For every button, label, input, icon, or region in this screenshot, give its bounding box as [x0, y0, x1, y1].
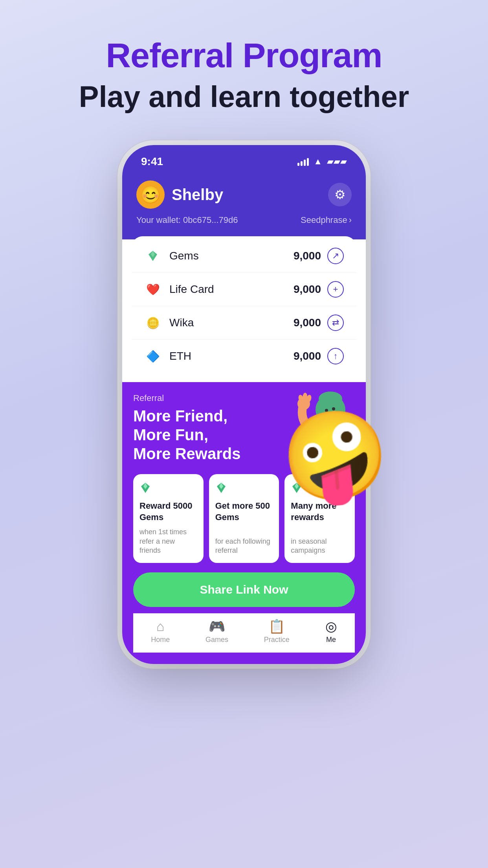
username: Shelby	[172, 186, 223, 204]
gems-icon	[144, 247, 161, 265]
wika-icon: 🪙	[144, 314, 161, 331]
nav-label-home: Home	[151, 636, 170, 644]
emoji-decoration: 🤪	[278, 408, 393, 503]
lifecard-icon: ❤️	[144, 281, 161, 298]
nav-label-me: Me	[326, 636, 336, 644]
nav-label-practice: Practice	[264, 636, 290, 644]
wallet-item-wika[interactable]: 🪙 Wika 9,000 ⇄	[132, 306, 356, 340]
wallet-row: Your wallet: 0bc675...79d6 Seedphrase ›	[136, 215, 352, 225]
settings-button[interactable]: ⚙	[328, 183, 352, 206]
lifecard-action[interactable]: +	[327, 281, 344, 298]
nav-item-practice[interactable]: 📋 Practice	[264, 618, 290, 644]
reward-card-desc-1: for each following referral	[215, 537, 273, 555]
status-icons: ▲ ▰▰▰	[297, 156, 347, 167]
wallet-address: Your wallet: 0bc675...79d6	[136, 215, 238, 225]
reward-card-desc-2: in seasonal campaigns	[291, 537, 349, 555]
eth-amount: 9,000	[294, 350, 321, 362]
eth-icon: 🔷	[144, 348, 161, 365]
wallet-item-eth[interactable]: 🔷 ETH 9,000 ↑	[132, 340, 356, 373]
wika-label: Wika	[169, 316, 194, 329]
status-bar: 9:41 ▲ ▰▰▰	[122, 145, 366, 173]
seedphrase-link[interactable]: Seedphrase ›	[301, 215, 352, 225]
practice-icon: 📋	[268, 618, 285, 634]
reward-card-desc-0: when 1st times refer a new friends	[139, 528, 197, 555]
gems-action[interactable]: ↗	[327, 248, 344, 264]
nav-item-games[interactable]: 🎮 Games	[205, 618, 228, 644]
reward-card-1: Get more 500 Gems for each following ref…	[209, 474, 279, 563]
app-header: 😊 Shelby ⚙ Your wallet: 0bc675...79d6 Se…	[122, 173, 366, 239]
gems-amount: 9,000	[294, 250, 321, 262]
share-link-button[interactable]: Share Link Now	[133, 572, 355, 607]
wallet-item-gems[interactable]: Gems 9,000 ↗	[132, 239, 356, 273]
wika-amount: 9,000	[294, 316, 321, 329]
status-time: 9:41	[141, 155, 163, 168]
battery-icon: ▰▰▰	[327, 156, 347, 167]
lifecard-amount: 9,000	[294, 283, 321, 296]
svg-point-4	[319, 392, 342, 406]
user-row: 😊 Shelby ⚙	[136, 180, 352, 209]
page-header: Referral Program Play and learn together	[79, 35, 409, 114]
reward-card-0: Reward 5000 Gems when 1st times refer a …	[133, 474, 204, 563]
reward-card-title-1: Get more 500 Gems	[215, 500, 273, 523]
wifi-icon: ▲	[314, 156, 322, 167]
eth-action[interactable]: ↑	[327, 348, 344, 364]
phone-frame: 9:41 ▲ ▰▰▰ 😊 Shelby	[122, 145, 366, 664]
wallet-item-lifecard[interactable]: ❤️ Life Card 9,000 +	[132, 273, 356, 306]
reward-gem-icon-1	[215, 482, 273, 497]
me-icon: ◎	[325, 618, 337, 634]
nav-label-games: Games	[205, 636, 228, 644]
nav-item-home[interactable]: ⌂ Home	[151, 619, 170, 644]
reward-gem-icon-0	[139, 482, 197, 497]
wika-action[interactable]: ⇄	[327, 314, 344, 331]
page-subtitle: Play and learn together	[79, 79, 409, 114]
signal-icon	[297, 157, 309, 166]
avatar: 😊	[136, 180, 165, 209]
referral-heading: More Friend, More Fun, More Rewards	[133, 406, 266, 463]
gems-label: Gems	[169, 250, 199, 262]
games-icon: 🎮	[209, 618, 225, 634]
phone-wrapper: 🤪 9:41 ▲ ▰▰▰ 😊	[122, 145, 366, 664]
wallet-card: Gems 9,000 ↗ ❤️ Life Card 9,000 +	[132, 236, 356, 376]
eth-label: ETH	[169, 350, 191, 362]
lifecard-label: Life Card	[169, 283, 214, 296]
bottom-nav: ⌂ Home 🎮 Games 📋 Practice ◎ Me	[133, 613, 355, 653]
page-title: Referral Program	[79, 35, 409, 75]
home-icon: ⌂	[156, 619, 165, 634]
nav-item-me[interactable]: ◎ Me	[325, 618, 337, 644]
reward-card-title-0: Reward 5000 Gems	[139, 500, 197, 523]
user-info: 😊 Shelby	[136, 180, 223, 209]
